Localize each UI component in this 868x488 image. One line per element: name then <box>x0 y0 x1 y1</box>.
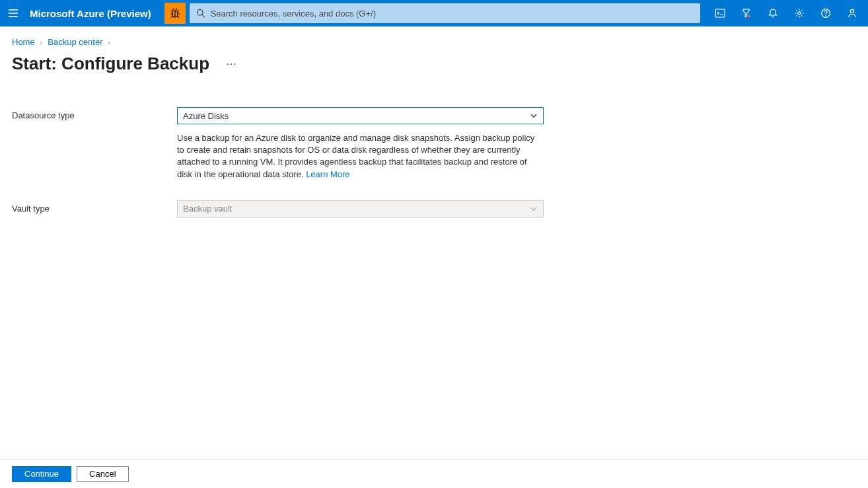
svg-point-3 <box>798 12 801 15</box>
hamburger-menu-button[interactable] <box>0 0 26 26</box>
page-content: Home › Backup center › Start: Configure … <box>0 26 868 218</box>
directory-filter-button[interactable] <box>733 0 760 26</box>
chevron-down-icon <box>530 205 538 213</box>
svg-rect-2 <box>715 9 725 17</box>
form-area: Datasource type Azure Disks Use a backup… <box>12 107 856 218</box>
breadcrumb: Home › Backup center › <box>12 32 856 52</box>
help-icon <box>820 8 831 19</box>
learn-more-link[interactable]: Learn More <box>306 169 349 179</box>
bell-icon <box>768 8 778 19</box>
brand-title: Microsoft Azure (Preview) <box>26 8 164 19</box>
page-title-row: Start: Configure Backup ⋯ <box>12 54 856 74</box>
top-right-icons <box>707 0 868 26</box>
person-icon <box>847 8 857 19</box>
vault-type-row: Vault type Backup vault <box>12 200 856 218</box>
vault-type-label: Vault type <box>12 200 177 214</box>
continue-button[interactable]: Continue <box>12 466 71 482</box>
chevron-down-icon <box>530 112 538 120</box>
vault-type-value: Backup vault <box>183 204 232 214</box>
cloud-shell-button[interactable] <box>707 0 733 26</box>
svg-point-1 <box>197 9 203 15</box>
datasource-type-label: Datasource type <box>12 107 177 120</box>
chevron-right-icon: › <box>108 38 110 46</box>
datasource-helper-text: Use a backup for an Azure disk to organi… <box>177 132 544 181</box>
breadcrumb-backup-center[interactable]: Backup center <box>48 37 102 47</box>
search-input[interactable] <box>211 9 694 19</box>
breadcrumb-home[interactable]: Home <box>12 37 35 47</box>
footer-bar: Continue Cancel <box>0 459 868 488</box>
notifications-button[interactable] <box>760 0 786 26</box>
filter-icon <box>741 8 752 19</box>
datasource-type-value: Azure Disks <box>183 111 229 121</box>
more-actions-button[interactable]: ⋯ <box>226 58 237 70</box>
help-button[interactable] <box>813 0 839 26</box>
feedback-button[interactable] <box>839 0 865 26</box>
global-search[interactable] <box>190 3 700 23</box>
search-icon <box>196 9 205 18</box>
cancel-button[interactable]: Cancel <box>77 466 128 482</box>
hamburger-icon <box>8 8 18 19</box>
cloud-shell-icon <box>715 8 725 19</box>
svg-point-5 <box>850 9 853 13</box>
settings-button[interactable] <box>786 0 813 26</box>
preview-bug-button[interactable] <box>164 3 186 24</box>
datasource-type-select[interactable]: Azure Disks <box>177 107 544 124</box>
chevron-right-icon: › <box>40 38 43 46</box>
datasource-type-row: Datasource type Azure Disks Use a backup… <box>12 107 856 192</box>
page-title: Start: Configure Backup <box>12 54 209 74</box>
bug-icon <box>169 7 181 19</box>
vault-type-select: Backup vault <box>177 200 544 218</box>
gear-icon <box>794 8 805 19</box>
top-bar: Microsoft Azure (Preview) <box>0 0 868 26</box>
